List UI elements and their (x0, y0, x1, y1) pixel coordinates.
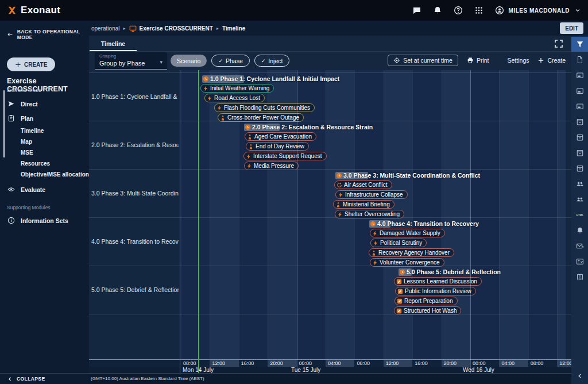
gridline (326, 70, 326, 359)
caret-down-icon: ▾ (160, 59, 163, 65)
rail-tool-people-icon[interactable] (571, 191, 588, 207)
inject-air-asset-conflict[interactable]: Air Asset Conflict (334, 181, 392, 189)
bolt-icon (373, 240, 378, 246)
watermark-icon (576, 71, 584, 79)
edit-button[interactable]: EDIT (560, 22, 583, 34)
gridline (210, 70, 210, 359)
sidebar-item-resources[interactable]: Resources (0, 158, 89, 169)
inject-public-information-review[interactable]: Public Information Review (395, 287, 476, 295)
bolt-icon (372, 260, 378, 266)
rail-tool-document-icon[interactable] (571, 52, 588, 67)
print-button[interactable]: Print (467, 57, 489, 64)
inject-cross-border-power-outage[interactable]: Cross-border Power Outage (218, 113, 304, 122)
user-menu[interactable]: MILES MACDONALD (495, 6, 581, 15)
inject-structured-hot-wash[interactable]: Structured Hot Wash (394, 306, 461, 315)
chip-scenario[interactable]: Scenario (171, 55, 207, 67)
axis-date-tue-15-july: Tue 15 July (291, 367, 320, 373)
inject-road-access-lost[interactable]: Road Access Lost (204, 94, 265, 102)
rail-tool-archive-icon[interactable] (571, 160, 588, 176)
inject-initial-weather-warning[interactable]: Initial Weather Warning (200, 84, 274, 93)
sidebar-item-label: Evaluate (21, 186, 45, 193)
rail-collapse-button[interactable] (571, 371, 588, 381)
exonaut-app: Exonaut MILES MACDONALD BACK TO OPERATIO… (0, 0, 588, 384)
chip-inject[interactable]: ✓Inject (254, 55, 290, 67)
rail-tool-watermark-icon[interactable] (571, 67, 588, 83)
rail-tool-bell-icon[interactable] (571, 222, 588, 238)
sidebar-collapse-button[interactable]: COLLAPSE (0, 373, 89, 384)
rail-tool-watermark-icon[interactable] (571, 83, 588, 98)
target-icon (393, 57, 400, 64)
apps-icon[interactable] (474, 6, 483, 15)
sidebar-section-label: Supporting Modules (0, 202, 89, 213)
rail-tool-fact-check-icon[interactable] (571, 254, 588, 269)
inject-label: Road Access Lost (214, 95, 260, 101)
axis-tick-label: 04:00 (328, 360, 341, 366)
sidebar-item-mse[interactable]: MSE (0, 147, 89, 158)
tab-timeline[interactable]: Timeline (90, 36, 137, 52)
bell-icon[interactable] (433, 6, 442, 15)
chip-label: Scenario (177, 57, 200, 64)
inject-shelter-overcrowding[interactable]: Shelter Overcrowding (335, 210, 404, 218)
filter-icon (576, 40, 584, 48)
rail-tool-book-icon[interactable] (571, 269, 588, 285)
rail-tool-filter-icon[interactable] (571, 37, 588, 52)
rail-tool-watermark-icon[interactable] (571, 98, 588, 114)
rail-tool-archive-icon[interactable] (571, 114, 588, 129)
inject-damaged-water-supply[interactable]: Damaged Water Supply (370, 229, 445, 237)
back-to-operational-mode[interactable]: BACK TO OPERATIONAL MODE (0, 21, 89, 40)
sidebar-nav: DirectPlanTimelineMapMSEResourcesObjecti… (0, 97, 89, 228)
breadcrumb-operational[interactable]: operational (91, 25, 119, 32)
inject-flash-flooding-cuts-communities[interactable]: Flash Flooding Cuts Communities (214, 103, 315, 112)
sidebar-item-map[interactable]: Map (0, 136, 89, 147)
inject-infrastructure-collapse[interactable]: Infrastructure Collapse (335, 190, 408, 199)
tab-bar: Timeline (89, 36, 571, 52)
help-icon[interactable] (454, 6, 463, 15)
inject-political-scrutiny[interactable]: Political Scrutiny (370, 239, 427, 247)
inject-interstate-support-request[interactable]: Interstate Support Request (243, 152, 327, 160)
eye-icon (7, 186, 15, 193)
row-label-phase-4: 4.0 Phase 4: Transition to Recovery (91, 217, 179, 266)
person-icon (247, 134, 253, 140)
inject-label: End of Day Review (256, 143, 304, 149)
inject-volunteer-convergence[interactable]: Volunteer Convergence (370, 258, 444, 267)
sidebar-item-timeline[interactable]: Timeline (0, 125, 89, 136)
settings-button[interactable]: Settings (498, 57, 529, 64)
breadcrumb-timeline[interactable]: Timeline (222, 25, 245, 32)
inject-recovery-agency-handover[interactable]: Recovery Agency Handover (369, 248, 454, 257)
inject-ministerial-briefing[interactable]: Ministerial Briefing (333, 200, 394, 209)
sidebar-item-direct[interactable]: Direct (0, 97, 89, 111)
inject-label: Infrastructure Collapse (345, 191, 403, 198)
exonaut-logo-icon (7, 5, 17, 16)
inject-lessons-learned-discussion[interactable]: Lessons Learned Discussion (394, 277, 482, 286)
bottom-strip: (GMT+10:00) Australian Eastern Standard … (89, 373, 571, 384)
axis-date-wed-16-july: Wed 16 July (463, 367, 494, 373)
sidebar-item-objective-mse-allocation[interactable]: Objective/MSE allocation (0, 169, 89, 180)
chat-icon[interactable] (412, 6, 421, 15)
sidebar-item-information-sets[interactable]: Information Sets (0, 213, 89, 228)
sidebar-item-plan[interactable]: Plan (0, 111, 89, 125)
fact-check-icon (576, 258, 584, 266)
timeline-canvas[interactable]: 1.0 Phase 1: Cyclone Landfall & Initial … (180, 70, 566, 359)
rail-tool-archive-icon[interactable] (571, 129, 588, 145)
grouping-select[interactable]: Grouping Group by Phase ▾ (95, 52, 167, 70)
set-at-current-time-button[interactable]: Set at current time (388, 55, 458, 66)
breadcrumb-exercise[interactable]: Exercise CROSSCURRENT (140, 25, 213, 32)
chip-phase[interactable]: ✓Phase (211, 55, 249, 67)
rail-tool-people-icon[interactable] (571, 176, 588, 191)
rail-tool-html-icon[interactable]: HTML (571, 207, 588, 222)
archive-icon (576, 133, 584, 141)
rail-tool-archive-icon[interactable] (571, 145, 588, 160)
rail-tool-mail-forward-icon[interactable] (571, 238, 588, 254)
sidebar-item-label: Plan (21, 115, 33, 122)
sidebar-item-evaluate[interactable]: Evaluate (0, 182, 89, 197)
inject-report-preparation[interactable]: Report Preparation (394, 297, 458, 305)
inject-media-pressure[interactable]: Media Pressure (244, 162, 299, 170)
create-button[interactable]: Create (537, 57, 566, 64)
fullscreen-icon[interactable] (554, 39, 563, 48)
inject-aged-care-evacuation[interactable]: Aged Care Evacuation (245, 132, 316, 141)
clock-icon (203, 76, 209, 82)
exercise-mode-label: Exercise Mode (7, 87, 41, 93)
create-button[interactable]: CREATE (7, 57, 55, 71)
inject-label: Report Preparation (404, 298, 453, 304)
inject-end-of-day-review[interactable]: End of Day Review (246, 142, 309, 151)
